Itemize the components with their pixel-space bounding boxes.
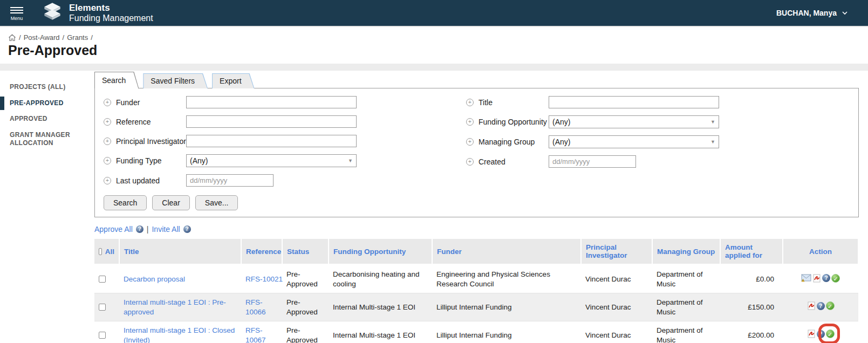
sidebar: PROJECTS (ALL) PRE-APPROVED APPROVED GRA… <box>0 71 94 343</box>
approved-check-icon[interactable]: ✓ <box>831 274 840 283</box>
reference-link[interactable]: RFS-10021 <box>245 275 283 283</box>
grant-title-link[interactable]: Decarbon proposal <box>124 275 185 283</box>
table-row: Decarbon proposal RFS-10021 Pre-Approved… <box>94 265 858 293</box>
last-updated-label: Last updated <box>116 176 186 185</box>
approved-check-icon[interactable]: ✓ <box>826 330 835 338</box>
amount-cell: £200.00 <box>720 321 783 343</box>
breadcrumb: / Post-Award / Grants / <box>8 33 868 42</box>
table-row: Internal multi-stage 1 EOI : Pre-approve… <box>94 293 858 321</box>
elements-logo-icon <box>41 3 64 23</box>
column-funder[interactable]: Funder <box>432 239 581 265</box>
dropdown-arrow-icon: ▼ <box>348 158 353 163</box>
row-checkbox[interactable] <box>99 276 106 283</box>
search-button[interactable]: Search <box>104 195 147 210</box>
help-icon[interactable]: ? <box>817 330 825 338</box>
tab-export[interactable]: Export <box>212 73 254 88</box>
sidebar-item-approved[interactable]: APPROVED <box>0 111 94 127</box>
reference-link[interactable]: RFS- 10067 <box>245 326 266 343</box>
tab-bar: Search Saved Filters Export <box>94 71 859 88</box>
invite-all-link[interactable]: Invite All <box>152 225 180 234</box>
column-funding-opportunity[interactable]: Funding Opportunity <box>329 239 432 265</box>
funder-cell: Lilliput Internal Funding <box>432 293 581 321</box>
row-checkbox[interactable] <box>99 332 106 339</box>
menu-button[interactable]: Menu <box>0 0 33 26</box>
principal-investigator-input[interactable] <box>186 135 357 147</box>
brand-subtitle: Funding Management <box>69 13 153 23</box>
chevron-down-icon <box>842 11 848 15</box>
pdf-icon[interactable] <box>812 274 821 283</box>
approve-all-help-icon[interactable]: ? <box>136 225 143 233</box>
reference-input[interactable] <box>186 115 357 128</box>
funding-opportunity-select[interactable]: (Any) ▼ <box>549 115 719 128</box>
save-button[interactable]: Save... <box>195 195 238 210</box>
sidebar-item-grant-manager-allocation[interactable]: GRANT MANAGER ALLOCATION <box>0 127 94 152</box>
pdf-icon[interactable] <box>807 301 816 310</box>
menu-button-label: Menu <box>11 16 23 21</box>
hamburger-icon <box>10 5 23 15</box>
managing-group-cell: Department of Music <box>652 265 720 293</box>
sidebar-item-pre-approved[interactable]: PRE-APPROVED <box>0 95 94 112</box>
created-input[interactable] <box>549 155 636 168</box>
brand-title: Elements <box>69 3 153 13</box>
managing-group-cell: Department of Music <box>652 321 720 343</box>
expand-circle-plus-icon[interactable]: + <box>466 138 474 146</box>
status-cell: Pre-Approved <box>282 321 329 343</box>
tab-saved-filters[interactable]: Saved Filters <box>143 73 208 88</box>
expand-circle-plus-icon[interactable]: + <box>466 158 474 166</box>
bulk-separator: | <box>147 225 149 234</box>
column-amount[interactable]: Amount applied for <box>720 239 783 265</box>
expand-circle-plus-icon[interactable]: + <box>104 177 111 184</box>
section-divider <box>0 64 868 71</box>
approved-check-icon[interactable]: ✓ <box>826 301 835 310</box>
breadcrumb-grants[interactable]: Grants <box>67 33 88 42</box>
expand-circle-plus-icon[interactable]: + <box>466 118 474 126</box>
sidebar-item-projects-all[interactable]: PROJECTS (ALL) <box>0 79 94 95</box>
column-title[interactable]: Title <box>119 239 241 265</box>
table-row: Internal multi-stage 1 EOI : Closed (Inv… <box>94 321 858 343</box>
expand-circle-plus-icon[interactable]: + <box>104 138 111 145</box>
column-status[interactable]: Status <box>282 239 329 265</box>
pdf-icon[interactable] <box>807 330 816 338</box>
funding-opportunity-cell: Decarbonising heating and cooling <box>329 265 432 293</box>
funder-cell: Lilliput Internal Funding <box>432 321 581 343</box>
funder-input[interactable] <box>186 96 357 108</box>
title-input[interactable] <box>549 96 719 108</box>
clear-button[interactable]: Clear <box>152 195 189 210</box>
column-managing-group[interactable]: Managing Group <box>652 239 720 265</box>
home-icon[interactable] <box>8 34 16 42</box>
created-label: Created <box>479 157 549 166</box>
select-all-checkbox[interactable] <box>99 248 102 255</box>
status-cell: Pre-Approved <box>282 265 329 293</box>
principal-investigator-label: Principal Investigator <box>116 137 186 146</box>
help-icon[interactable]: ? <box>822 274 830 282</box>
last-updated-input[interactable] <box>186 174 274 187</box>
reference-link[interactable]: RFS- 10066 <box>245 298 266 316</box>
topbar: Menu Elements Funding Management BUCHAN,… <box>0 0 868 26</box>
grant-title-link[interactable]: Internal multi-stage 1 EOI : Pre-approve… <box>124 298 226 316</box>
page-title: Pre-Approved <box>8 43 868 58</box>
breadcrumb-bar: / Post-Award / Grants / Pre-Approved <box>0 26 868 64</box>
approve-all-link[interactable]: Approve All <box>94 225 133 234</box>
expand-circle-plus-icon[interactable]: + <box>104 118 111 126</box>
amount-cell: £0.00 <box>720 265 783 293</box>
expand-circle-plus-icon[interactable]: + <box>104 99 111 106</box>
expand-circle-plus-icon[interactable]: + <box>104 157 111 164</box>
invite-all-help-icon[interactable]: ? <box>183 225 191 233</box>
reference-label: Reference <box>116 118 186 126</box>
principal-investigator-cell: Vincent Durac <box>581 293 652 321</box>
mail-warning-icon[interactable] <box>801 274 811 282</box>
grant-title-link[interactable]: Internal multi-stage 1 EOI : Closed (Inv… <box>124 326 235 343</box>
column-principal-investigator[interactable]: Principal Investigator <box>581 239 652 265</box>
tab-search[interactable]: Search <box>94 72 139 88</box>
main-content: Search Saved Filters Export + Funder <box>94 71 868 343</box>
breadcrumb-post-award[interactable]: Post-Award <box>24 33 60 42</box>
managing-group-select[interactable]: (Any) ▼ <box>549 135 719 148</box>
column-reference[interactable]: Reference <box>241 239 282 265</box>
user-menu[interactable]: BUCHAN, Manya <box>776 9 848 17</box>
help-icon[interactable]: ? <box>817 302 825 310</box>
column-all: All <box>105 248 114 256</box>
row-checkbox[interactable] <box>99 304 106 311</box>
funding-type-select[interactable]: (Any) ▼ <box>186 154 357 167</box>
funding-opportunity-cell: Internal Multi-stage 1 EOI <box>329 293 432 321</box>
expand-circle-plus-icon[interactable]: + <box>466 99 474 106</box>
